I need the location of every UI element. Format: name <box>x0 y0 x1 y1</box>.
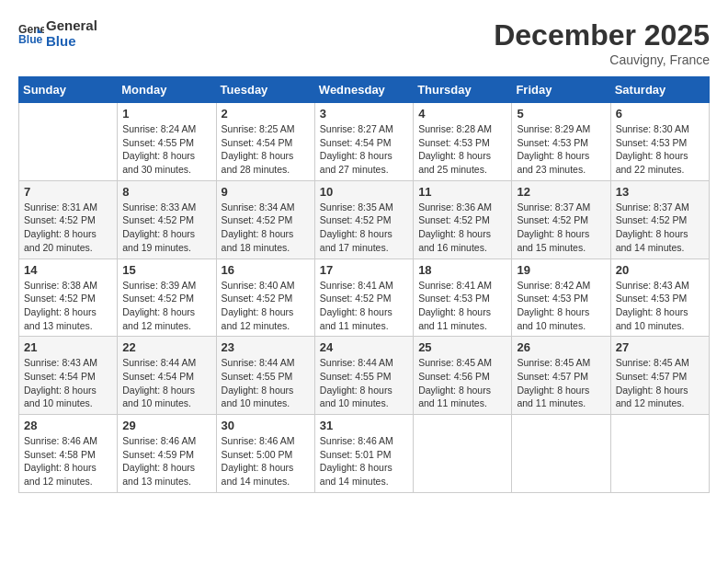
calendar-cell: 6Sunrise: 8:30 AMSunset: 4:53 PMDaylight… <box>610 103 709 181</box>
calendar-cell: 5Sunrise: 8:29 AMSunset: 4:53 PMDaylight… <box>512 103 610 181</box>
day-info: Sunrise: 8:45 AMSunset: 4:56 PMDaylight:… <box>418 356 506 410</box>
day-number: 24 <box>320 340 408 354</box>
calendar-cell: 19Sunrise: 8:42 AMSunset: 4:53 PMDayligh… <box>512 259 610 337</box>
calendar-cell: 3Sunrise: 8:27 AMSunset: 4:54 PMDaylight… <box>314 103 413 181</box>
month-title: December 2025 <box>494 18 710 52</box>
calendar-cell: 29Sunrise: 8:46 AMSunset: 4:59 PMDayligh… <box>118 415 216 493</box>
calendar-cell: 21Sunrise: 8:43 AMSunset: 4:54 PMDayligh… <box>19 337 118 415</box>
day-number: 17 <box>320 263 408 277</box>
title-block: December 2025 Cauvigny, France <box>494 18 710 67</box>
day-info: Sunrise: 8:30 AMSunset: 4:53 PMDaylight:… <box>616 122 704 177</box>
calendar-cell <box>512 415 610 493</box>
calendar-cell: 30Sunrise: 8:46 AMSunset: 5:00 PMDayligh… <box>216 415 314 493</box>
day-number: 11 <box>418 185 506 199</box>
day-number: 5 <box>517 107 605 121</box>
page-header: General Blue General Blue December 2025 … <box>18 18 710 67</box>
day-info: Sunrise: 8:44 AMSunset: 4:54 PMDaylight:… <box>122 356 210 410</box>
calendar-cell <box>610 415 709 493</box>
calendar-cell: 24Sunrise: 8:44 AMSunset: 4:55 PMDayligh… <box>314 337 413 415</box>
location: Cauvigny, France <box>494 52 710 67</box>
day-number: 18 <box>418 263 506 277</box>
day-number: 28 <box>24 419 112 432</box>
day-info: Sunrise: 8:42 AMSunset: 4:53 PMDaylight:… <box>517 279 605 333</box>
logo-icon: General Blue <box>18 21 44 47</box>
day-info: Sunrise: 8:46 AMSunset: 4:58 PMDaylight:… <box>24 434 112 488</box>
day-info: Sunrise: 8:33 AMSunset: 4:52 PMDaylight:… <box>122 201 210 255</box>
day-number: 25 <box>418 340 506 354</box>
day-info: Sunrise: 8:39 AMSunset: 4:52 PMDaylight:… <box>122 279 210 333</box>
day-info: Sunrise: 8:35 AMSunset: 4:52 PMDaylight:… <box>320 201 408 255</box>
day-info: Sunrise: 8:27 AMSunset: 4:54 PMDaylight:… <box>320 122 408 177</box>
day-info: Sunrise: 8:29 AMSunset: 4:53 PMDaylight:… <box>517 122 605 177</box>
day-info: Sunrise: 8:44 AMSunset: 4:55 PMDaylight:… <box>222 356 310 410</box>
calendar-cell: 14Sunrise: 8:38 AMSunset: 4:52 PMDayligh… <box>19 259 118 337</box>
day-info: Sunrise: 8:38 AMSunset: 4:52 PMDaylight:… <box>24 279 112 333</box>
day-number: 26 <box>517 340 605 354</box>
calendar-cell: 7Sunrise: 8:31 AMSunset: 4:52 PMDaylight… <box>19 180 118 259</box>
col-header-thursday: Thursday <box>414 77 512 103</box>
calendar-table: SundayMondayTuesdayWednesdayThursdayFrid… <box>18 76 710 493</box>
day-number: 13 <box>616 185 704 199</box>
week-row-4: 21Sunrise: 8:43 AMSunset: 4:54 PMDayligh… <box>19 337 710 415</box>
day-number: 12 <box>517 185 605 199</box>
calendar-cell: 17Sunrise: 8:41 AMSunset: 4:52 PMDayligh… <box>314 259 413 337</box>
day-info: Sunrise: 8:40 AMSunset: 4:52 PMDaylight:… <box>222 279 310 333</box>
day-number: 14 <box>24 263 112 277</box>
day-number: 30 <box>222 419 310 432</box>
day-number: 3 <box>320 107 408 121</box>
calendar-cell: 20Sunrise: 8:43 AMSunset: 4:53 PMDayligh… <box>610 259 709 337</box>
day-info: Sunrise: 8:46 AMSunset: 5:00 PMDaylight:… <box>222 434 310 488</box>
day-number: 2 <box>222 107 310 121</box>
calendar-cell: 9Sunrise: 8:34 AMSunset: 4:52 PMDaylight… <box>216 180 314 259</box>
col-header-wednesday: Wednesday <box>314 77 413 103</box>
calendar-cell: 10Sunrise: 8:35 AMSunset: 4:52 PMDayligh… <box>314 180 413 259</box>
day-info: Sunrise: 8:46 AMSunset: 4:59 PMDaylight:… <box>122 434 210 488</box>
calendar-cell: 16Sunrise: 8:40 AMSunset: 4:52 PMDayligh… <box>216 259 314 337</box>
day-number: 19 <box>517 263 605 277</box>
day-number: 21 <box>24 340 112 354</box>
col-header-sunday: Sunday <box>19 77 118 103</box>
day-number: 4 <box>418 107 506 121</box>
day-info: Sunrise: 8:28 AMSunset: 4:53 PMDaylight:… <box>418 122 506 177</box>
calendar-cell: 28Sunrise: 8:46 AMSunset: 4:58 PMDayligh… <box>19 415 118 493</box>
calendar-cell: 26Sunrise: 8:45 AMSunset: 4:57 PMDayligh… <box>512 337 610 415</box>
calendar-cell: 25Sunrise: 8:45 AMSunset: 4:56 PMDayligh… <box>414 337 512 415</box>
calendar-cell: 18Sunrise: 8:41 AMSunset: 4:53 PMDayligh… <box>414 259 512 337</box>
day-info: Sunrise: 8:36 AMSunset: 4:52 PMDaylight:… <box>418 201 506 255</box>
day-number: 29 <box>122 419 210 432</box>
day-info: Sunrise: 8:37 AMSunset: 4:52 PMDaylight:… <box>517 201 605 255</box>
col-header-tuesday: Tuesday <box>216 77 314 103</box>
day-info: Sunrise: 8:43 AMSunset: 4:53 PMDaylight:… <box>616 279 704 333</box>
day-number: 8 <box>122 185 210 199</box>
calendar-cell: 8Sunrise: 8:33 AMSunset: 4:52 PMDaylight… <box>118 180 216 259</box>
day-info: Sunrise: 8:34 AMSunset: 4:52 PMDaylight:… <box>222 201 310 255</box>
day-info: Sunrise: 8:44 AMSunset: 4:55 PMDaylight:… <box>320 356 408 410</box>
day-number: 22 <box>122 340 210 354</box>
day-info: Sunrise: 8:37 AMSunset: 4:52 PMDaylight:… <box>616 201 704 255</box>
calendar-cell: 22Sunrise: 8:44 AMSunset: 4:54 PMDayligh… <box>118 337 216 415</box>
day-number: 7 <box>24 185 112 199</box>
calendar-cell: 27Sunrise: 8:45 AMSunset: 4:57 PMDayligh… <box>610 337 709 415</box>
svg-text:Blue: Blue <box>18 33 43 46</box>
col-header-monday: Monday <box>118 77 216 103</box>
day-info: Sunrise: 8:24 AMSunset: 4:55 PMDaylight:… <box>122 122 210 177</box>
day-number: 23 <box>222 340 310 354</box>
calendar-cell <box>19 103 118 181</box>
day-number: 15 <box>122 263 210 277</box>
day-number: 16 <box>222 263 310 277</box>
logo-blue: Blue <box>46 34 97 50</box>
day-info: Sunrise: 8:43 AMSunset: 4:54 PMDaylight:… <box>24 356 112 410</box>
day-number: 31 <box>320 419 408 432</box>
day-info: Sunrise: 8:46 AMSunset: 5:01 PMDaylight:… <box>320 434 408 488</box>
day-info: Sunrise: 8:45 AMSunset: 4:57 PMDaylight:… <box>616 356 704 410</box>
calendar-cell: 13Sunrise: 8:37 AMSunset: 4:52 PMDayligh… <box>610 180 709 259</box>
day-number: 6 <box>616 107 704 121</box>
header-row: SundayMondayTuesdayWednesdayThursdayFrid… <box>19 77 710 103</box>
calendar-cell: 15Sunrise: 8:39 AMSunset: 4:52 PMDayligh… <box>118 259 216 337</box>
week-row-1: 1Sunrise: 8:24 AMSunset: 4:55 PMDaylight… <box>19 103 710 181</box>
week-row-5: 28Sunrise: 8:46 AMSunset: 4:58 PMDayligh… <box>19 415 710 493</box>
calendar-cell: 31Sunrise: 8:46 AMSunset: 5:01 PMDayligh… <box>314 415 413 493</box>
day-number: 27 <box>616 340 704 354</box>
week-row-3: 14Sunrise: 8:38 AMSunset: 4:52 PMDayligh… <box>19 259 710 337</box>
col-header-friday: Friday <box>512 77 610 103</box>
